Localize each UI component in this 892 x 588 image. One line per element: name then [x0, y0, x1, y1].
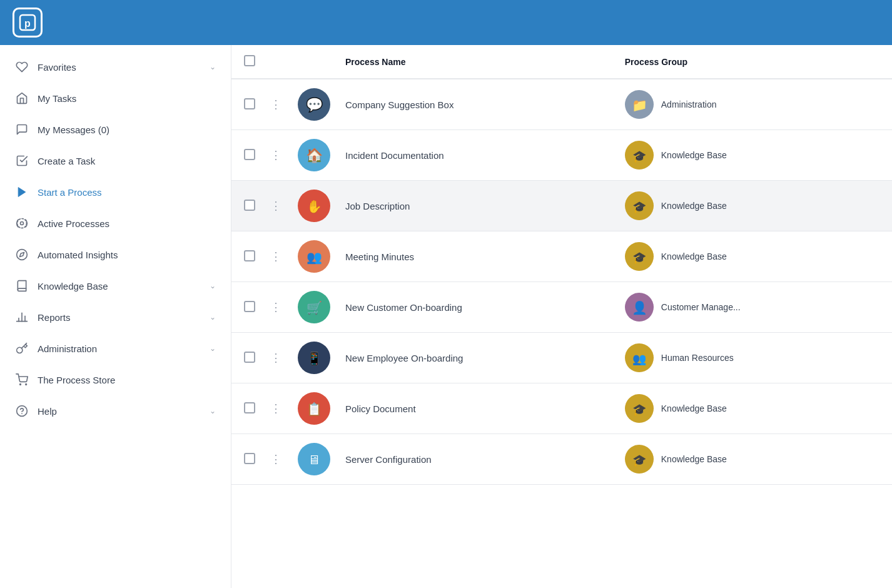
svg-point-5: [17, 250, 28, 260]
chevron-administration: ⌄: [210, 344, 216, 353]
group-icon: 🎓: [625, 242, 654, 271]
sidebar-label-my-messages: My Messages (0): [38, 124, 216, 135]
compass-icon: [15, 248, 29, 261]
row-checkbox[interactable]: [244, 301, 255, 312]
row-menu-cell[interactable]: ⋮: [263, 282, 290, 333]
select-all-checkbox[interactable]: [244, 55, 255, 66]
table-row: ⋮ 📋 Policy Document 🎓 Knowledge Base: [231, 383, 892, 434]
svg-text:🖥: 🖥: [308, 453, 320, 467]
row-checkbox-cell: [231, 130, 263, 181]
row-menu-cell[interactable]: ⋮: [263, 333, 290, 383]
sidebar-label-active-processes: Active Processes: [38, 218, 216, 229]
sidebar-label-favorites: Favorites: [38, 62, 201, 73]
row-menu-cell[interactable]: ⋮: [263, 130, 290, 181]
row-icon-cell: ✋: [290, 181, 338, 231]
chevron-reports: ⌄: [210, 313, 216, 322]
svg-text:👤: 👤: [631, 300, 647, 315]
row-process-name[interactable]: Incident Documentation: [338, 130, 617, 181]
row-icon-cell: 🏠: [290, 130, 338, 181]
sidebar-item-active-processes[interactable]: Active Processes: [0, 208, 231, 239]
heart-icon: [15, 60, 29, 74]
group-icon: 👥: [625, 343, 654, 372]
svg-text:📱: 📱: [307, 351, 322, 366]
sidebar-label-automated-insights: Automated Insights: [38, 250, 216, 260]
row-process-name[interactable]: Job Description: [338, 181, 617, 231]
row-checkbox-cell: [231, 181, 263, 231]
row-checkbox-cell: [231, 333, 263, 383]
row-icon-cell: 💬: [290, 79, 338, 130]
sidebar-item-my-tasks[interactable]: My Tasks: [0, 83, 231, 114]
svg-point-3: [21, 222, 24, 225]
col-select: [231, 45, 263, 79]
sidebar-item-favorites[interactable]: Favorites ⌄: [0, 51, 231, 83]
sidebar-item-administration[interactable]: Administration ⌄: [0, 333, 231, 364]
svg-text:👥: 👥: [632, 352, 647, 366]
svg-text:🛒: 🛒: [307, 300, 322, 315]
row-checkbox-cell: [231, 434, 263, 485]
sidebar-item-help[interactable]: Help ⌄: [0, 395, 231, 427]
svg-point-12: [26, 384, 27, 385]
group-name: Knowledge Base: [661, 150, 727, 160]
chevron-favorites: ⌄: [210, 63, 216, 71]
row-icon-cell: 📋: [290, 383, 338, 434]
group-name: Knowledge Base: [661, 403, 727, 413]
cart-icon: [15, 373, 29, 387]
sidebar-item-automated-insights[interactable]: Automated Insights: [0, 239, 231, 270]
sidebar-label-start-process: Start a Process: [38, 187, 216, 198]
row-menu-cell[interactable]: ⋮: [263, 434, 290, 485]
row-checkbox-cell: [231, 383, 263, 434]
group-name: Knowledge Base: [661, 201, 727, 211]
svg-text:🎓: 🎓: [632, 454, 647, 467]
row-icon-cell: 🛒: [290, 282, 338, 333]
sidebar-label-knowledge-base: Knowledge Base: [38, 281, 201, 291]
row-icon-cell: 👥: [290, 231, 338, 282]
group-name: Customer Manage...: [661, 302, 741, 312]
sidebar-item-create-task[interactable]: Create a Task: [0, 145, 231, 176]
book-icon: [15, 279, 29, 293]
row-checkbox-cell: [231, 282, 263, 333]
row-checkbox[interactable]: [244, 453, 255, 464]
col-process-group: Process Group: [617, 45, 892, 79]
row-icon-cell: 📱: [290, 333, 338, 383]
home-icon: [15, 91, 29, 105]
svg-text:🎓: 🎓: [632, 150, 647, 163]
row-checkbox[interactable]: [244, 200, 255, 211]
row-group-cell: 🎓 Knowledge Base: [617, 383, 892, 434]
row-checkbox[interactable]: [244, 98, 255, 109]
table-row: ⋮ 🏠 Incident Documentation 🎓 Knowledge B…: [231, 130, 892, 181]
table-row: ⋮ 💬 Company Suggestion Box 📁 Administrat…: [231, 79, 892, 130]
bar-chart-icon: [15, 310, 29, 324]
svg-text:🎓: 🎓: [632, 251, 647, 265]
sidebar-item-knowledge-base[interactable]: Knowledge Base ⌄: [0, 270, 231, 302]
row-process-name[interactable]: Policy Document: [338, 383, 617, 434]
row-menu-cell[interactable]: ⋮: [263, 231, 290, 282]
row-process-name[interactable]: Meeting Minutes: [338, 231, 617, 282]
row-menu-cell[interactable]: ⋮: [263, 383, 290, 434]
group-icon: 🎓: [625, 445, 654, 474]
row-process-name[interactable]: New Employee On-boarding: [338, 333, 617, 383]
sidebar-item-my-messages[interactable]: My Messages (0): [0, 114, 231, 145]
play-icon: [15, 185, 29, 199]
row-process-name[interactable]: Company Suggestion Box: [338, 79, 617, 130]
message-icon: [15, 123, 29, 136]
help-icon: [15, 404, 29, 418]
row-process-name[interactable]: Server Configuration: [338, 434, 617, 485]
svg-text:🎓: 🎓: [632, 200, 647, 214]
row-checkbox[interactable]: [244, 352, 255, 363]
row-checkbox[interactable]: [244, 402, 255, 413]
row-process-name[interactable]: New Customer On-boarding: [338, 282, 617, 333]
sidebar-item-start-process[interactable]: Start a Process: [0, 176, 231, 208]
group-name: Human Resources: [661, 353, 734, 363]
group-icon: 🎓: [625, 394, 654, 423]
row-menu-cell[interactable]: ⋮: [263, 79, 290, 130]
col-menu: [263, 45, 290, 79]
process-table: Process Name Process Group ⋮ 💬 Company S…: [231, 45, 892, 485]
sidebar-item-reports[interactable]: Reports ⌄: [0, 302, 231, 333]
key-icon: [15, 342, 29, 355]
row-checkbox[interactable]: [244, 250, 255, 261]
row-checkbox[interactable]: [244, 149, 255, 160]
sidebar-label-reports: Reports: [38, 312, 201, 323]
group-name: Knowledge Base: [661, 454, 727, 464]
row-menu-cell[interactable]: ⋮: [263, 181, 290, 231]
sidebar-item-process-store[interactable]: The Process Store: [0, 364, 231, 395]
